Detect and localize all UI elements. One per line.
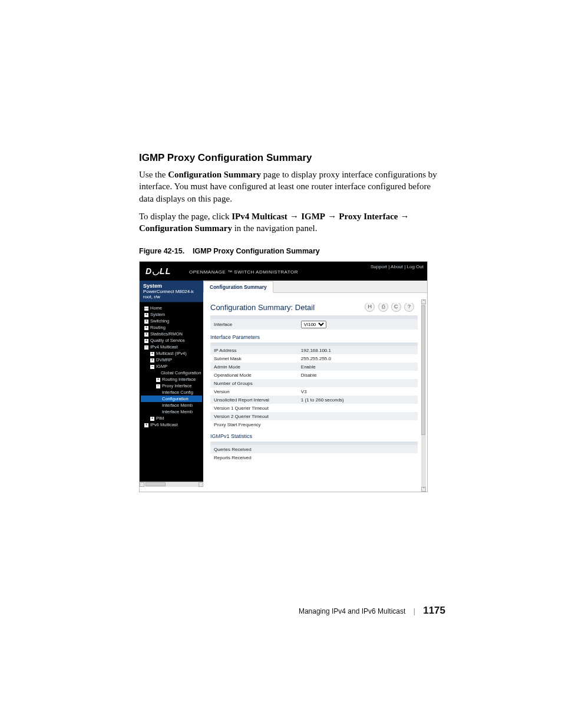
nav-tree: —Home +System +Switching +Routing +Stati…: [140, 302, 203, 430]
paragraph-2: To display the page, click IPv4 Multicas…: [139, 210, 445, 235]
row-key: Version: [210, 387, 297, 396]
row-key: Subnet Mask: [210, 354, 297, 363]
row-value: [297, 379, 418, 387]
paragraph-1: Use the Configuration Summary page to di…: [139, 169, 445, 205]
tree-global-config[interactable]: Global Configuration: [141, 370, 202, 376]
scroll-thumb[interactable]: [146, 482, 166, 486]
tree-interface-config[interactable]: Interface Config: [141, 389, 202, 396]
row-value: 192.168.100.1: [297, 346, 418, 354]
content-area: H ⎙ C ? Configuration Summary: Detail In…: [210, 303, 418, 492]
row-key: Reports Received: [210, 453, 297, 462]
tree-ipv4-multicast[interactable]: −IPv4 Multicast: [141, 344, 202, 350]
tree-ifconf-label: Interface Config: [162, 390, 193, 395]
tree-dvmrp-label: DVMRP: [156, 357, 172, 363]
p1-a: Use the: [139, 170, 168, 179]
dell-logo: D◡LL: [146, 266, 171, 276]
row-key: IP Address: [210, 346, 297, 354]
table-row: Unsolicited Report Interval1 (1 to 260 s…: [210, 396, 418, 404]
main-panel: Configuration Summary H ⎙ C ? Configurat…: [203, 281, 427, 492]
table-row: Admin ModeEnable: [210, 363, 418, 371]
tree-interface-memb-2[interactable]: Interface Memb: [141, 409, 202, 415]
table-row: Subnet Mask255.255.255.0: [210, 354, 418, 363]
refresh-icon[interactable]: C: [391, 303, 401, 312]
tree-qos[interactable]: +Quality of Service: [141, 337, 202, 344]
footer-sep: |: [408, 607, 421, 615]
footer-page-number: 1175: [423, 605, 445, 616]
tree-dvmrp[interactable]: +DVMRP: [141, 357, 202, 363]
tree-interface-memb-1[interactable]: Interface Memb: [141, 402, 202, 409]
tree-switching-label: Switching: [150, 318, 169, 324]
igmpv1-statistics-table: Queries ReceivedReports Received: [210, 442, 418, 462]
screenshot-frame: Support | About | Log Out D◡LL OPENMANAG…: [139, 261, 428, 492]
row-value: [297, 420, 418, 429]
system-header: System PowerConnect M8024-k root, r/w: [140, 281, 203, 302]
scroll-down-icon[interactable]: ˅: [421, 487, 426, 492]
vscroll-thumb[interactable]: [421, 305, 425, 435]
tree-routing[interactable]: +Routing: [141, 324, 202, 331]
tree-system-label: System: [150, 312, 165, 317]
print-icon[interactable]: ⎙: [378, 303, 388, 312]
tree-multicast-ipv4[interactable]: +Multicast (IPv4): [141, 350, 202, 357]
tree-igmp[interactable]: −IGMP: [141, 363, 202, 370]
scroll-left-icon[interactable]: <: [140, 482, 144, 487]
page-footer: Managing IPv4 and IPv6 Multicast | 1175: [139, 605, 445, 617]
footer-chapter: Managing IPv4 and IPv6 Multicast: [299, 607, 405, 615]
row-value: [297, 412, 418, 420]
arrow-1: →: [287, 211, 301, 221]
tree-routing-interface[interactable]: +Routing Interface: [141, 376, 202, 383]
tree-confmember-label: Configuration: [162, 396, 189, 401]
scroll-up-icon[interactable]: ˄: [421, 299, 426, 304]
tree-stats-label: Statistics/RMON: [150, 331, 183, 337]
tree-ifmemb1-label: Interface Memb: [162, 403, 193, 408]
row-value: 1 (1 to 260 seconds): [297, 396, 418, 404]
system-model: PowerConnect M8024-k: [143, 289, 194, 294]
tree-ipv6m-label: IPv6 Multicast: [150, 422, 178, 427]
tab-configuration-summary[interactable]: Configuration Summary: [203, 281, 273, 293]
top-links[interactable]: Support | About | Log Out: [371, 264, 424, 269]
row-value: 255.255.255.0: [297, 354, 418, 363]
figcap-num: Figure 42-15.: [139, 247, 184, 255]
p2-d: Proxy Interface: [339, 212, 398, 221]
table-row: IP Address192.168.100.1: [210, 346, 418, 354]
row-value: Enable: [297, 363, 418, 371]
arrow-2: →: [325, 211, 339, 221]
tree-routing-label: Routing: [150, 325, 166, 330]
sidebar-hscroll[interactable]: < >: [140, 482, 203, 487]
row-value: [297, 453, 418, 462]
row-value: Disable: [297, 371, 418, 379]
tree-ipv6-multicast[interactable]: +IPv6 Multicast: [141, 421, 202, 428]
tree-switching[interactable]: +Switching: [141, 318, 202, 324]
row-key: Proxy Start Frequency: [210, 420, 297, 429]
tree-home[interactable]: —Home: [141, 305, 202, 311]
row-key: Number of Groups: [210, 379, 297, 387]
app-title: OPENMANAGE ™ SWITCH ADMINISTRATOR: [189, 269, 298, 275]
row-key: Version 2 Querier Timeout: [210, 412, 297, 420]
row-key: Queries Received: [210, 445, 297, 453]
row-value: [297, 445, 418, 453]
table-row: Reports Received: [210, 453, 418, 462]
app-header: Support | About | Log Out D◡LL OPENMANAG…: [140, 262, 427, 281]
row-value: [297, 404, 418, 412]
tree-igmp-label: IGMP: [156, 364, 167, 369]
tree-pim[interactable]: +PIM: [141, 415, 202, 421]
p2-f: in the navigation panel.: [232, 223, 318, 233]
row-key: Admin Mode: [210, 363, 297, 371]
help-icon[interactable]: ?: [404, 303, 414, 312]
tree-configuration-summary[interactable]: Configuration: [141, 396, 202, 402]
table-row: Operational ModeDisable: [210, 371, 418, 379]
scroll-right-icon[interactable]: >: [199, 482, 203, 487]
tree-proxy-interface[interactable]: −Proxy Interface: [141, 383, 202, 389]
tree-home-label: Home: [150, 305, 162, 311]
figcap-title: IGMP Proxy Configuration Summary: [193, 247, 320, 255]
p2-e: Configuration Summary: [139, 223, 232, 233]
tree-stats[interactable]: +Statistics/RMON: [141, 331, 202, 337]
interface-select[interactable]: Vl100: [301, 321, 326, 328]
tree-system[interactable]: +System: [141, 311, 202, 318]
tree-pim-label: PIM: [156, 416, 164, 421]
content-vscroll[interactable]: ˄ ˅: [421, 299, 426, 492]
row-key: Unsolicited Report Interval: [210, 396, 297, 404]
interface-parameters-table: IP Address192.168.100.1Subnet Mask255.25…: [210, 342, 418, 429]
section-interface-parameters: Interface Parameters: [210, 334, 418, 340]
p1-b: Configuration Summary: [168, 170, 261, 179]
save-icon[interactable]: H: [365, 303, 375, 312]
